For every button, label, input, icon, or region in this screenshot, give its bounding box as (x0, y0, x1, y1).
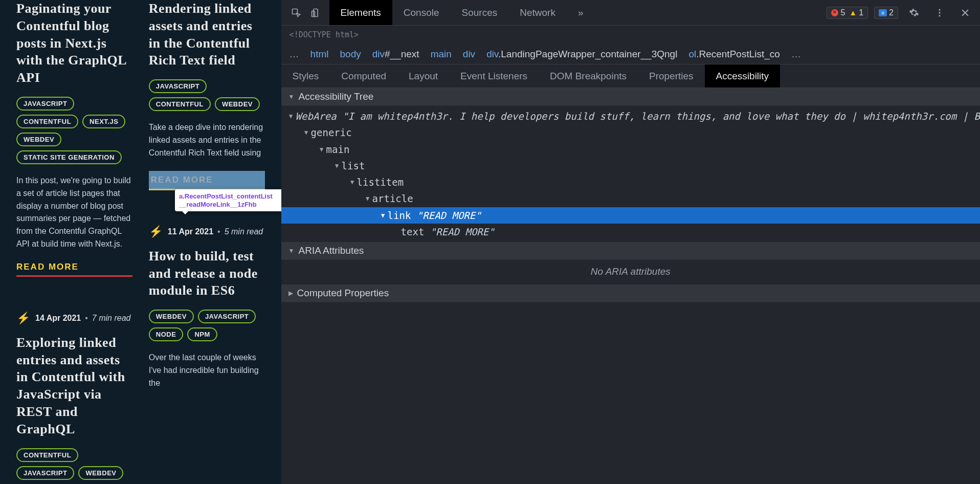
inspector-dimensions: 262 × 34 (281, 197, 281, 204)
tabs-overflow-icon[interactable]: » (567, 0, 595, 25)
website-panel: Paginating your Contentful blog posts in… (0, 0, 281, 484)
subtab-layout[interactable]: Layout (397, 64, 449, 87)
section-title: Computed Properties (297, 288, 389, 299)
tree-node-link-selected[interactable]: ▼link "READ MORE" (281, 207, 980, 224)
issues-badge[interactable]: 5 ▲1 (827, 7, 868, 19)
svg-point-3 (939, 9, 940, 10)
tree-node-listitem[interactable]: ▼listitem (281, 174, 980, 190)
message-count: 2 (889, 8, 894, 17)
tag[interactable]: CONTENTFUL (149, 97, 211, 111)
tree-node-main[interactable]: ▼main (281, 141, 980, 158)
post-meta: ⚡ 14 Apr 2021 • 7 min read (16, 312, 132, 325)
disclosure-triangle-icon: ▶ (288, 290, 293, 297)
post-date: 14 Apr 2021 (35, 314, 81, 323)
close-devtools-icon[interactable] (955, 3, 975, 23)
tag-list: CONTENTFUL JAVASCRIPT WEBDEV (16, 448, 132, 480)
tag[interactable]: NEXT.JS (82, 115, 125, 128)
tree-node-generic[interactable]: ▼generic (281, 124, 980, 141)
breadcrumb-item[interactable]: div.LandingPageWrapper_container__3Qngl (486, 49, 677, 60)
post-excerpt: Take a deep dive into rendering linked a… (149, 121, 265, 159)
tree-node-article[interactable]: ▼article (281, 190, 980, 207)
tag-list: JAVASCRIPT CONTENTFUL WEBDEV (149, 79, 265, 111)
error-icon (831, 9, 838, 16)
devtools-main-tabs: Elements Console Sources Network » (329, 0, 595, 25)
post-card: Paginating your Contentful blog posts in… (16, 0, 132, 277)
post-column-right: Rendering linked assets and entries in t… (149, 0, 265, 484)
post-column-left: Paginating your Contentful blog posts in… (16, 0, 132, 484)
post-card: ⚡ 11 Apr 2021 • 5 min read How to build,… (149, 211, 265, 401)
section-title: Accessibility Tree (299, 91, 374, 102)
tab-network[interactable]: Network (508, 0, 567, 25)
tag[interactable]: JAVASCRIPT (198, 310, 256, 323)
post-card: ⚡ 14 Apr 2021 • 7 min read Exploring lin… (16, 297, 132, 484)
more-menu-icon[interactable] (930, 3, 949, 23)
tree-node-webarea[interactable]: ▼ WebArea "I am whitep4nth3r. I help dev… (281, 108, 980, 124)
disclosure-triangle-icon: ▼ (288, 247, 295, 254)
disclosure-triangle-icon: ▼ (288, 93, 295, 100)
tag[interactable]: JAVASCRIPT (149, 79, 207, 93)
computed-properties-header[interactable]: ▶ Computed Properties (281, 284, 980, 302)
section-title: ARIA Attributes (299, 245, 364, 256)
a11y-tree-header[interactable]: ▼ Accessibility Tree (281, 88, 980, 106)
breadcrumb-item[interactable]: html (310, 49, 329, 60)
tag[interactable]: CONTENTFUL (16, 115, 78, 128)
svg-point-4 (939, 12, 940, 13)
tag[interactable]: WEBDEV (78, 466, 123, 480)
post-meta: ⚡ 11 Apr 2021 • 5 min read (149, 225, 265, 238)
tag[interactable]: NPM (187, 327, 217, 341)
read-more-link[interactable]: READ MORE (16, 262, 132, 277)
tab-elements[interactable]: Elements (329, 0, 392, 25)
post-read-time: 5 min read (225, 227, 263, 236)
post-title[interactable]: Paginating your Contentful blog posts in… (16, 0, 132, 86)
breadcrumb-item[interactable]: body (340, 49, 361, 60)
subtab-accessibility[interactable]: Accessibility (705, 64, 780, 87)
tag[interactable]: CONTENTFUL (16, 448, 78, 462)
element-inspector-tooltip: a.RecentPostList_contentList__readMoreLi… (175, 189, 281, 211)
breadcrumb-item[interactable]: main (431, 49, 452, 60)
subtab-computed[interactable]: Computed (330, 64, 397, 87)
tag[interactable]: STATIC SITE GENERATION (16, 150, 122, 164)
error-count: 5 (840, 8, 845, 17)
inspect-element-icon[interactable] (286, 3, 306, 23)
post-title[interactable]: Rendering linked assets and entries in t… (149, 0, 265, 69)
inspector-selector: a.RecentPostList_contentList__readMoreLi… (179, 192, 276, 208)
device-toolbar-icon[interactable] (306, 3, 325, 23)
devtools-panel: Elements Console Sources Network » 5 ▲1 … (281, 0, 980, 484)
html-source-line: <!DOCTYPE html> (281, 26, 980, 44)
breadcrumb-item[interactable]: ol.RecentPostList_co (688, 49, 780, 60)
subtab-event-listeners[interactable]: Event Listeners (449, 64, 539, 87)
tag[interactable]: WEBDEV (149, 310, 194, 323)
breadcrumb-overflow[interactable]: … (791, 49, 801, 60)
dom-breadcrumb: … html body div#__next main div div.Land… (281, 44, 980, 64)
breadcrumb-item[interactable]: div#__next (372, 49, 419, 60)
settings-gear-icon[interactable] (904, 3, 924, 23)
post-excerpt: Over the last couple of weeks I've had i… (149, 351, 265, 389)
tag-list: WEBDEV JAVASCRIPT NODE NPM (149, 310, 265, 341)
svg-rect-1 (313, 9, 317, 16)
tag[interactable]: NODE (149, 327, 184, 341)
bolt-icon: ⚡ (16, 312, 30, 325)
tag[interactable]: JAVASCRIPT (16, 466, 74, 480)
tag[interactable]: WEBDEV (215, 97, 260, 111)
breadcrumb-item[interactable]: div (463, 49, 475, 60)
warning-icon: ▲ (849, 8, 857, 17)
post-title[interactable]: How to build, test and release a node mo… (149, 248, 265, 299)
aria-attributes-header[interactable]: ▼ ARIA Attributes (281, 242, 980, 260)
tag[interactable]: WEBDEV (16, 133, 61, 146)
tab-console[interactable]: Console (392, 0, 451, 25)
subtab-properties[interactable]: Properties (638, 64, 705, 87)
svg-point-5 (939, 15, 940, 16)
messages-badge[interactable]: ≡2 (874, 7, 898, 19)
bolt-icon: ⚡ (149, 225, 163, 238)
read-more-link-highlighted[interactable]: READ MORE (149, 171, 265, 190)
breadcrumb-ellipsis[interactable]: … (289, 49, 299, 60)
tag[interactable]: JAVASCRIPT (16, 97, 74, 111)
post-title[interactable]: Exploring linked entries and assets in C… (16, 334, 132, 438)
subtab-dom-breakpoints[interactable]: DOM Breakpoints (539, 64, 638, 87)
tree-node-text[interactable]: text "READ MORE" (281, 224, 980, 240)
tab-sources[interactable]: Sources (451, 0, 509, 25)
meta-separator: • (85, 314, 88, 323)
a11y-tree: ▼ WebArea "I am whitep4nth3r. I help dev… (281, 106, 980, 242)
tree-node-list[interactable]: ▼list (281, 158, 980, 174)
subtab-styles[interactable]: Styles (281, 64, 330, 87)
